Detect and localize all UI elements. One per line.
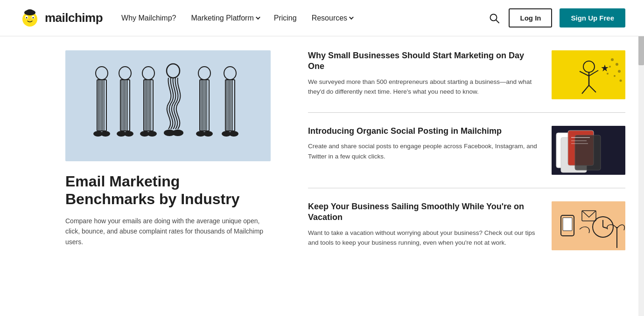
nav-why-mailchimp[interactable]: Why Mailchimp? (121, 14, 176, 22)
svg-line-9 (496, 20, 499, 23)
featured-description: Compare how your emails are doing with t… (65, 216, 271, 247)
svg-point-3 (26, 17, 28, 18)
navbar: mailchimp Why Mailchimp? Marketing Platf… (0, 0, 644, 36)
svg-text:★: ★ (601, 63, 609, 73)
svg-point-57 (229, 131, 238, 137)
svg-point-27 (124, 131, 133, 137)
nav-pricing[interactable]: Pricing (274, 14, 297, 22)
article-description: We surveyed more than 500 entrepreneurs … (308, 77, 542, 97)
thumbnail-yellow: ★ (552, 50, 625, 99)
logo-icon (19, 7, 41, 29)
thumb-illustration-3 (552, 201, 625, 250)
article-item: Introducing Organic Social Posting in Ma… (308, 126, 625, 188)
svg-point-28 (142, 67, 154, 80)
svg-point-7 (29, 19, 31, 20)
featured-illustration (79, 57, 257, 155)
article-item: Keep Your Business Sailing Smoothly Whil… (308, 201, 625, 263)
svg-point-71 (620, 80, 622, 82)
thumb-illustration-1: ★ (552, 50, 625, 99)
logo-text: mailchimp (45, 11, 103, 25)
article-title[interactable]: Why Small Businesses Should Start Market… (308, 50, 542, 72)
article-list: Why Small Businesses Should Start Market… (308, 50, 625, 263)
login-button[interactable]: Log In (509, 8, 552, 27)
nav-marketing-platform[interactable]: Marketing Platform (191, 14, 259, 22)
svg-point-37 (167, 64, 180, 78)
article-text: Introducing Organic Social Posting in Ma… (308, 126, 542, 175)
thumb-illustration-2 (552, 126, 625, 175)
svg-rect-83 (563, 218, 572, 231)
svg-point-10 (96, 67, 108, 80)
logo-link[interactable]: mailchimp (19, 7, 103, 29)
article-description: Want to take a vacation without worrying… (308, 228, 542, 248)
featured-image[interactable] (65, 50, 271, 161)
svg-point-6 (26, 9, 34, 14)
svg-point-4 (33, 17, 34, 18)
svg-point-72 (607, 73, 609, 75)
scrollbar[interactable] (638, 0, 644, 282)
svg-point-39 (172, 130, 183, 136)
featured-article: Email Marketing Benchmarks by Industry C… (65, 50, 271, 263)
svg-point-67 (616, 63, 618, 66)
article-thumbnail[interactable] (552, 126, 625, 175)
chevron-down-icon (256, 15, 260, 20)
svg-point-40 (198, 67, 210, 80)
svg-point-19 (119, 67, 131, 80)
svg-point-70 (614, 75, 616, 77)
nav-actions: Log In Sign Up Free (487, 8, 625, 27)
thumbnail-social (552, 126, 625, 175)
search-button[interactable] (487, 11, 501, 25)
chevron-down-icon (349, 15, 354, 20)
svg-point-69 (618, 70, 621, 73)
featured-title[interactable]: Email Marketing Benchmarks by Industry (65, 172, 271, 208)
nav-resources[interactable]: Resources (312, 14, 352, 22)
article-text: Why Small Businesses Should Start Market… (308, 50, 542, 99)
svg-point-66 (611, 58, 614, 61)
article-title[interactable]: Introducing Organic Social Posting in Ma… (308, 126, 542, 137)
article-title[interactable]: Keep Your Business Sailing Smoothly Whil… (308, 201, 542, 223)
svg-point-36 (147, 131, 157, 137)
thumbnail-peach (552, 201, 625, 250)
main-content: Email Marketing Benchmarks by Industry C… (0, 36, 644, 282)
svg-point-48 (203, 131, 213, 137)
article-thumbnail[interactable] (552, 201, 625, 250)
search-icon (489, 13, 499, 23)
nav-links: Why Mailchimp? Marketing Platform Pricin… (121, 14, 487, 22)
signup-button[interactable]: Sign Up Free (560, 8, 625, 27)
article-item: Why Small Businesses Should Start Market… (308, 50, 625, 113)
svg-point-18 (101, 131, 110, 137)
article-thumbnail[interactable]: ★ (552, 50, 625, 99)
svg-point-68 (609, 66, 611, 68)
article-text: Keep Your Business Sailing Smoothly Whil… (308, 201, 542, 250)
svg-point-49 (224, 67, 236, 80)
article-description: Create and share social posts to engage … (308, 141, 542, 161)
